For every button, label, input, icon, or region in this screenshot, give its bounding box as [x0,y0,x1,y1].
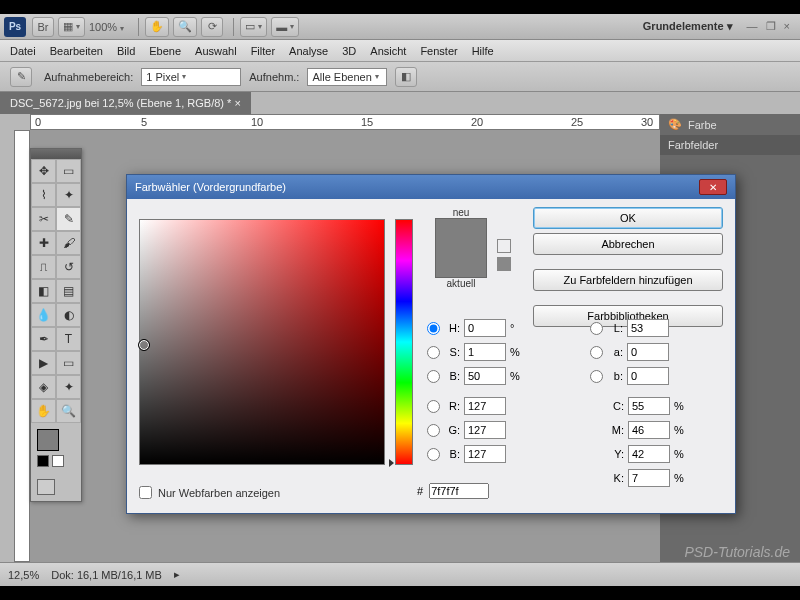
input-bv[interactable] [464,367,506,385]
gamut-warning-icon[interactable] [497,239,511,253]
document-tabs: DSC_5672.jpg bei 12,5% (Ebene 1, RGB/8) … [0,92,800,114]
menu-datei[interactable]: Datei [10,45,36,57]
ok-button[interactable]: OK [533,207,723,229]
default-colors-icon[interactable] [37,455,49,467]
saturation-value-field[interactable] [139,219,385,465]
radio-bv[interactable] [427,370,440,383]
opt-extra-button[interactable]: ◧ [395,67,417,87]
menu-bild[interactable]: Bild [117,45,135,57]
radio-s[interactable] [427,346,440,359]
eraser-tool[interactable]: ◧ [31,279,56,303]
path-select-tool[interactable]: ▶ [31,351,56,375]
panel-farbfelder[interactable]: Farbfelder [660,135,800,155]
hue-slider[interactable] [395,219,413,465]
input-h[interactable] [464,319,506,337]
3d-tool[interactable]: ◈ [31,375,56,399]
menu-3d[interactable]: 3D [342,45,356,57]
menu-hilfe[interactable]: Hilfe [472,45,494,57]
lasso-tool[interactable]: ⌇ [31,183,56,207]
healing-tool[interactable]: ✚ [31,231,56,255]
hue-pointer-icon [389,459,394,467]
eyedropper-tool[interactable]: ✎ [56,207,81,231]
ruler-horizontal: 0 5 10 15 20 25 30 [30,114,660,130]
sample-layers-field[interactable]: Alle Ebenen [307,68,387,86]
screen-mode-button[interactable]: ▭ [240,17,267,37]
current-tool-icon[interactable]: ✎ [10,67,32,87]
radio-h[interactable] [427,322,440,335]
3d-camera-tool[interactable]: ✦ [56,375,81,399]
rotate-view-shortcut[interactable]: ⟳ [201,17,223,37]
panel-farbe[interactable]: 🎨 Farbe [660,114,800,135]
marquee-tool[interactable]: ▭ [56,159,81,183]
quick-select-tool[interactable]: ✦ [56,183,81,207]
input-g[interactable] [464,421,506,439]
menu-auswahl[interactable]: Auswahl [195,45,237,57]
menu-bearbeiten[interactable]: Bearbeiten [50,45,103,57]
opt-label-aufnehm: Aufnehm.: [249,71,299,83]
radio-b[interactable] [590,370,603,383]
input-s[interactable] [464,343,506,361]
bridge-button[interactable]: Br [32,17,54,37]
input-r[interactable] [464,397,506,415]
input-m[interactable] [628,421,670,439]
type-tool[interactable]: T [56,327,81,351]
zoom-tool[interactable]: 🔍 [56,399,81,423]
menu-ebene[interactable]: Ebene [149,45,181,57]
menu-fenster[interactable]: Fenster [420,45,457,57]
web-colors-checkbox[interactable] [139,486,152,499]
swap-colors-icon[interactable] [52,455,64,467]
dialog-titlebar[interactable]: Farbwähler (Vordergrundfarbe) ✕ [127,175,735,199]
blur-tool[interactable]: 💧 [31,303,56,327]
zoom-tool-shortcut[interactable]: 🔍 [173,17,197,37]
ruler-vertical [14,130,30,562]
cancel-button[interactable]: Abbrechen [533,233,723,255]
radio-r[interactable] [427,400,440,413]
radio-l[interactable] [590,322,603,335]
document-tab[interactable]: DSC_5672.jpg bei 12,5% (Ebene 1, RGB/8) … [0,92,251,114]
history-brush-tool[interactable]: ↺ [56,255,81,279]
hex-label: # [417,485,423,497]
input-bb[interactable] [464,445,506,463]
input-hex[interactable] [429,483,489,499]
hand-tool-shortcut[interactable]: ✋ [145,17,169,37]
preview-new-swatch[interactable] [435,218,487,278]
shape-tool[interactable]: ▭ [56,351,81,375]
extras-button[interactable]: ▬ [271,17,299,37]
radio-a[interactable] [590,346,603,359]
sample-size-field[interactable]: 1 Pixel [141,68,241,86]
zoom-level[interactable]: 100% [89,21,124,33]
menu-filter[interactable]: Filter [251,45,275,57]
input-k[interactable] [628,469,670,487]
status-zoom[interactable]: 12,5% [8,569,39,581]
status-arrow-icon[interactable]: ▸ [174,568,180,581]
stamp-tool[interactable]: ⎍ [31,255,56,279]
gradient-tool[interactable]: ▤ [56,279,81,303]
input-y[interactable] [628,445,670,463]
add-swatch-button[interactable]: Zu Farbfeldern hinzufügen [533,269,723,291]
tools-panel: ✥ ▭ ⌇ ✦ ✂ ✎ ✚ 🖌 ⎍ ↺ ◧ ▤ 💧 ◐ ✒ T ▶ ▭ ◈ ✦ … [30,148,82,502]
input-l[interactable] [627,319,669,337]
radio-bb[interactable] [427,448,440,461]
minimize-icon[interactable]: — [747,20,758,33]
restore-icon[interactable]: ❐ [766,20,776,33]
foreground-color-swatch[interactable] [37,429,59,451]
dialog-close-button[interactable]: ✕ [699,179,727,195]
hand-tool[interactable]: ✋ [31,399,56,423]
move-tool[interactable]: ✥ [31,159,56,183]
input-a[interactable] [627,343,669,361]
brush-tool[interactable]: 🖌 [56,231,81,255]
view-arrange-button[interactable]: ▦ [58,17,85,37]
input-b[interactable] [627,367,669,385]
websafe-warning-icon[interactable] [497,257,511,271]
palette-icon: 🎨 [668,118,682,131]
workspace-switcher[interactable]: Grundelemente ▾ [635,20,741,33]
radio-g[interactable] [427,424,440,437]
dodge-tool[interactable]: ◐ [56,303,81,327]
menu-analyse[interactable]: Analyse [289,45,328,57]
crop-tool[interactable]: ✂ [31,207,56,231]
menu-ansicht[interactable]: Ansicht [370,45,406,57]
input-c[interactable] [628,397,670,415]
quickmask-icon[interactable] [37,479,55,495]
pen-tool[interactable]: ✒ [31,327,56,351]
close-icon[interactable]: × [784,20,790,33]
